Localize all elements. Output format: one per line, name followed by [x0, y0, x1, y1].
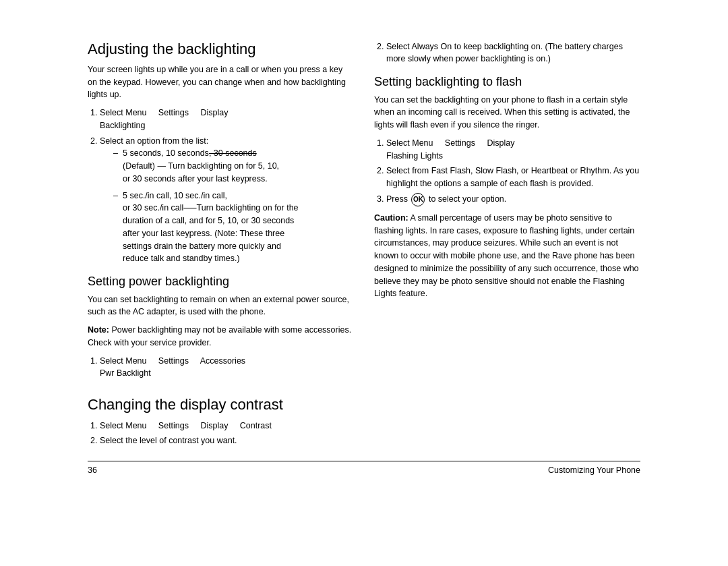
press-text: Press	[386, 194, 408, 204]
option1-line3: or 30 seconds after your last keypress.	[123, 174, 268, 183]
intro-text: Your screen lights up while you are in a…	[88, 63, 354, 101]
power-step1-accessories: Accessories	[200, 356, 245, 366]
options-list: 5 seconds, 10 seconds, 30 seconds (Defau…	[113, 147, 354, 265]
option2-line5: settings drain the battery more quickly …	[123, 242, 281, 251]
power-step-1: Select Menu Settings Accessories Pwr Bac…	[100, 355, 354, 380]
contrast-step2-text: Select the level of contrast you want.	[100, 436, 237, 445]
flash-step1-settings: Settings	[445, 138, 475, 148]
step-1: Select Menu Settings Display Backlightin…	[100, 107, 354, 132]
contrast-step-1: Select Menu Settings Display Contrast	[100, 420, 640, 432]
power-step1-pwr: Pwr Backlight	[100, 368, 151, 378]
option1-line2: (Default) — Turn backlighting on for 5, …	[123, 161, 279, 171]
option-2: 5 sec./in call, 10 sec./in call, or 30 s…	[113, 190, 354, 266]
step3-post: to select your option.	[429, 194, 506, 204]
contrast-step-2: Select the level of contrast you want.	[100, 434, 640, 447]
step1-label: Select Menu	[100, 108, 146, 117]
contrast-section: Changing the display contrast Select Men…	[88, 396, 640, 447]
caution-text: A small percentage of users may be photo…	[374, 213, 639, 299]
right-step-2: Select Always On to keep backlighting on…	[386, 40, 640, 66]
power-step1-settings: Settings	[158, 356, 189, 366]
flash-step-1: Select Menu Settings Display Flashing Li…	[386, 137, 640, 163]
right-step2-label: Select Always On to keep backlighting on…	[386, 42, 623, 64]
step1-backlighting: Backlighting	[100, 121, 145, 130]
option-1: 5 seconds, 10 seconds, 30 seconds (Defau…	[113, 147, 354, 185]
contrast-step1-display: Display	[200, 421, 228, 430]
option2-line2: or 30 sec./in call — Turn backlighting o…	[123, 203, 299, 213]
flash-step-list: Select Menu Settings Display Flashing Li…	[386, 137, 640, 206]
flash-title: Setting backlighting to flash	[374, 75, 640, 90]
power-step1-path: Select Menu Settings Accessories Pwr Bac…	[100, 356, 245, 378]
note-label: Note:	[88, 325, 109, 335]
flash-step1-path: Select Menu Settings Display Flashing Li…	[386, 138, 514, 161]
option1-line1: 5 seconds, 10 seconds, 30 seconds	[123, 148, 257, 158]
flash-text: You can set the backlighting on your pho…	[374, 94, 640, 132]
option2-line6: reduce talk and standby times.)	[123, 254, 240, 263]
step2-label: Select an option from the list:	[100, 136, 208, 146]
caution-paragraph: Caution: A small percentage of users may…	[374, 212, 640, 300]
ok-button-icon: OK	[411, 193, 425, 206]
option2-line4: after your last keypress. (Note: These t…	[123, 229, 284, 238]
option2-line3: duration of a call, and for 5, 10, or 30…	[123, 216, 294, 225]
page-number: 36	[88, 465, 97, 475]
contrast-step1-label: Select Menu	[100, 421, 146, 430]
contrast-step1-settings: Settings	[158, 421, 189, 430]
always-on-text: Select Always On	[386, 42, 452, 51]
power-title: Setting power backlighting	[88, 275, 354, 289]
power-step-list: Select Menu Settings Accessories Pwr Bac…	[100, 355, 354, 380]
main-title: Adjusting the backlighting	[88, 40, 354, 58]
contrast-step1-contrast: Contrast	[240, 421, 272, 430]
flash-step1-display: Display	[487, 138, 514, 148]
power-step1-label: Select Menu	[100, 356, 146, 366]
flash-step2-text: Select from Fast Flash, Slow Flash, or H…	[386, 166, 639, 188]
flash-step-2: Select from Fast Flash, Slow Flash, or H…	[386, 165, 640, 190]
power-text1: You can set backlighting to remain on wh…	[88, 293, 354, 319]
caution-label: Caution:	[374, 213, 408, 223]
flash-step1-flashing: Flashing Lights	[386, 151, 443, 161]
step-list: Select Menu Settings Display Backlightin…	[100, 107, 354, 265]
right-step-list-top: Select Always On to keep backlighting on…	[386, 40, 640, 66]
flash-step1-label: Select Menu	[386, 138, 433, 148]
step1-settings: Settings	[158, 108, 189, 117]
flash-step-3: Press OK to select your option.	[386, 193, 640, 206]
right-column: Select Always On to keep backlighting on…	[374, 40, 640, 386]
page-footer: 36 Customizing Your Phone	[88, 461, 640, 475]
left-column: Adjusting the backlighting Your screen l…	[88, 40, 354, 386]
note-text: Power backlighting may not be available …	[88, 325, 351, 347]
contrast-step-list: Select Menu Settings Display Contrast Se…	[100, 420, 640, 448]
step1-display: Display	[200, 108, 228, 117]
contrast-title: Changing the display contrast	[88, 396, 640, 414]
contrast-step1-path: Select Menu Settings Display Contrast	[100, 421, 272, 430]
option2-line1: 5 sec./in call, 10 sec./in call,	[123, 191, 227, 200]
step1-menu-path: Select Menu Settings Display Backlightin…	[100, 108, 228, 130]
footer-right-text: Customizing Your Phone	[548, 465, 640, 475]
page: Adjusting the backlighting Your screen l…	[61, 20, 667, 546]
step-2: Select an option from the list: 5 second…	[100, 135, 354, 266]
note-paragraph: Note: Power backlighting may not be avai…	[88, 324, 354, 349]
